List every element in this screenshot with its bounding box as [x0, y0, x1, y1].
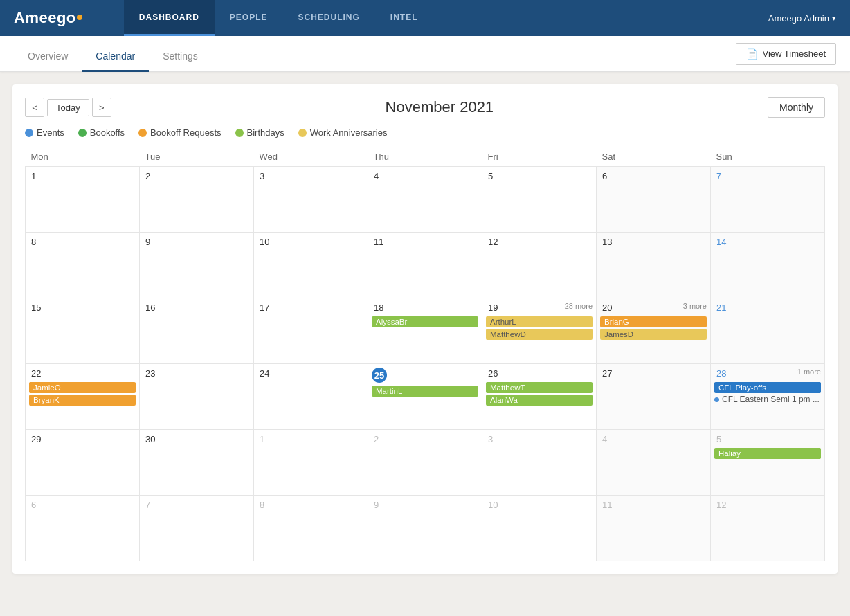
- event-bar[interactable]: MartinL: [372, 386, 478, 397]
- day-cell-4-6[interactable]: 5Haliay: [711, 430, 825, 496]
- day-cell-2-0[interactable]: 15: [26, 298, 140, 364]
- day-cell-3-6[interactable]: 281 moreCFL Play-offs CFL Eastern Semi 1…: [711, 364, 825, 430]
- day-number: 2: [143, 170, 152, 182]
- event-bar[interactable]: ArthurL: [486, 316, 593, 327]
- tab-calendar[interactable]: Calendar: [82, 51, 149, 72]
- day-cell-1-2[interactable]: 10: [254, 233, 368, 298]
- day-number: 12: [486, 236, 500, 248]
- day-cell-4-1[interactable]: 30: [140, 430, 254, 496]
- prev-month-button[interactable]: <: [25, 98, 44, 117]
- day-cell-1-3[interactable]: 11: [368, 233, 482, 298]
- day-cell-1-1[interactable]: 9: [140, 233, 254, 298]
- day-number: 19: [486, 302, 500, 314]
- nav-links: DASHBOARD PEOPLE SCHEDULING INTEL: [124, 0, 768, 36]
- day-cell-1-5[interactable]: 13: [597, 233, 711, 298]
- event-bar[interactable]: BrianG: [600, 316, 707, 327]
- nav-intel[interactable]: INTEL: [375, 0, 433, 36]
- day-cell-5-2[interactable]: 8: [254, 496, 368, 561]
- calendar-grid: MonTueWedThuFriSatSun1234567891011121314…: [25, 147, 825, 561]
- event-label: CFL Eastern Semi 1 pm ...: [722, 395, 820, 404]
- day-number: 28: [714, 368, 728, 379]
- day-cell-4-5[interactable]: 4: [597, 430, 711, 496]
- event-bar[interactable]: Haliay: [714, 448, 821, 459]
- day-cell-0-2[interactable]: 3: [254, 167, 368, 233]
- day-cell-2-4[interactable]: 1928 moreArthurLMatthewD: [482, 298, 597, 364]
- event-bar[interactable]: JamesD: [600, 329, 707, 340]
- event-bar[interactable]: MatthewT: [486, 382, 593, 393]
- more-events-link[interactable]: 1 more: [797, 368, 821, 376]
- event-bar[interactable]: JamieO: [29, 382, 136, 393]
- day-header-tue: Tue: [140, 147, 254, 167]
- calendar-header: < Today > November 2021 Monthly: [25, 97, 825, 118]
- day-number: 26: [486, 368, 500, 379]
- day-cell-3-5[interactable]: 27: [597, 364, 711, 430]
- nav-scheduling[interactable]: SCHEDULING: [282, 0, 374, 36]
- day-number: 27: [600, 368, 614, 379]
- day-cell-0-3[interactable]: 4: [368, 167, 482, 233]
- day-cell-3-4[interactable]: 26MatthewTAlariWa: [482, 364, 597, 430]
- today-button[interactable]: Today: [47, 99, 89, 116]
- day-cell-4-2[interactable]: 1: [254, 430, 368, 496]
- day-number: 13: [600, 236, 614, 248]
- day-cell-1-0[interactable]: 8: [26, 233, 140, 298]
- day-cell-0-4[interactable]: 5: [482, 167, 597, 233]
- event-bar[interactable]: CFL Play-offs: [714, 382, 821, 393]
- day-number: 6: [29, 499, 38, 511]
- day-number: 3: [257, 170, 266, 182]
- day-cell-3-3[interactable]: 25MartinL: [368, 364, 482, 430]
- day-header-thu: Thu: [368, 147, 482, 167]
- day-number: 7: [714, 170, 723, 182]
- day-cell-1-6[interactable]: 14: [711, 233, 825, 298]
- event-bar[interactable]: BryanK: [29, 395, 136, 406]
- day-cell-5-1[interactable]: 7: [140, 496, 254, 561]
- day-cell-5-0[interactable]: 6: [26, 496, 140, 561]
- day-cell-3-2[interactable]: 24: [254, 364, 368, 430]
- more-events-link[interactable]: 28 more: [565, 302, 593, 310]
- day-cell-5-4[interactable]: 10: [482, 496, 597, 561]
- day-cell-0-1[interactable]: 2: [140, 167, 254, 233]
- day-number: 11: [600, 499, 614, 511]
- day-cell-1-4[interactable]: 12: [482, 233, 597, 298]
- day-cell-4-3[interactable]: 2: [368, 430, 482, 496]
- day-number: 5: [486, 170, 495, 182]
- day-cell-3-1[interactable]: 23: [140, 364, 254, 430]
- day-cell-0-6[interactable]: 7: [711, 167, 825, 233]
- view-timesheet-button[interactable]: 📄 View Timesheet: [736, 43, 836, 65]
- day-cell-5-3[interactable]: 9: [368, 496, 482, 561]
- day-cell-2-1[interactable]: 16: [140, 298, 254, 364]
- day-number: 4: [372, 170, 381, 182]
- day-cell-4-0[interactable]: 29: [26, 430, 140, 496]
- nav-people[interactable]: PEOPLE: [215, 0, 283, 36]
- legend-bookoff-requests: Bookoff Requests: [138, 127, 221, 138]
- event-bar[interactable]: MatthewD: [486, 329, 593, 340]
- tab-settings[interactable]: Settings: [149, 51, 212, 72]
- more-events-link[interactable]: 3 more: [683, 302, 707, 310]
- monthly-view-button[interactable]: Monthly: [768, 97, 825, 118]
- event-bar[interactable]: AlyssaBr: [372, 316, 478, 327]
- day-cell-2-2[interactable]: 17: [254, 298, 368, 364]
- day-cell-3-0[interactable]: 22JamieOBryanK: [26, 364, 140, 430]
- event-bar[interactable]: AlariWa: [486, 395, 593, 406]
- day-cell-2-3[interactable]: 18AlyssaBr: [368, 298, 482, 364]
- day-cell-0-5[interactable]: 6: [597, 167, 711, 233]
- next-month-button[interactable]: >: [92, 98, 111, 117]
- legend-work-anniversaries: Work Anniversaries: [298, 127, 388, 138]
- day-cell-4-4[interactable]: 3: [482, 430, 597, 496]
- event-inline[interactable]: CFL Eastern Semi 1 pm ...: [714, 395, 821, 404]
- day-cell-2-6[interactable]: 21: [711, 298, 825, 364]
- events-dot: [25, 129, 33, 137]
- day-number: 10: [486, 499, 500, 511]
- tab-overview[interactable]: Overview: [14, 51, 82, 72]
- day-cell-0-0[interactable]: 1: [26, 167, 140, 233]
- nav-dashboard[interactable]: DASHBOARD: [124, 0, 215, 36]
- day-header-mon: Mon: [26, 147, 140, 167]
- day-cell-5-5[interactable]: 11: [597, 496, 711, 561]
- day-header-sun: Sun: [711, 147, 825, 167]
- birthdays-dot: [235, 129, 244, 137]
- day-number: 1: [257, 433, 266, 445]
- day-cell-5-6[interactable]: 12: [711, 496, 825, 561]
- day-cell-2-5[interactable]: 203 moreBrianGJamesD: [597, 298, 711, 364]
- sub-nav-tabs: Overview Calendar Settings: [14, 36, 736, 71]
- day-header-wed: Wed: [254, 147, 368, 167]
- user-menu[interactable]: Ameego Admin: [768, 13, 836, 24]
